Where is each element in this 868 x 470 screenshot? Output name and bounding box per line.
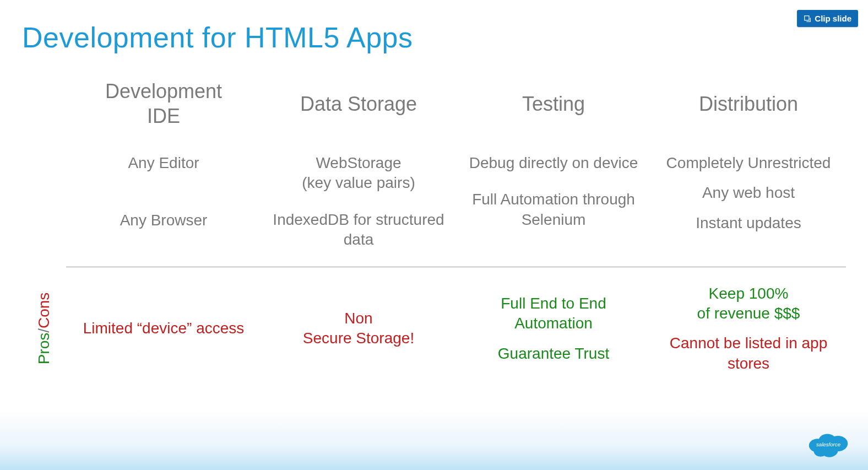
- col-distribution-proscons: Keep 100% of revenue $$$ Cannot be liste…: [651, 284, 846, 374]
- pro-item: Full End to End Automation: [462, 294, 645, 334]
- feature-item: WebStorage (key value pairs): [267, 153, 451, 193]
- feature-cols: Any Editor Any Browser WebStorage (key v…: [66, 131, 846, 250]
- svg-rect-0: [805, 15, 809, 20]
- col-header: Testing: [462, 76, 645, 131]
- svg-point-5: [814, 446, 828, 456]
- col-header: Distribution: [657, 76, 840, 131]
- pro-item: Guarantee Trust: [462, 344, 645, 364]
- col-distribution: Distribution: [651, 76, 846, 131]
- col-testing-proscons: Full End to End Automation Guarantee Tru…: [456, 284, 651, 374]
- salesforce-logo-text: salesforce: [816, 441, 841, 447]
- col-data-storage-features: WebStorage (key value pairs) IndexedDB f…: [261, 131, 456, 250]
- columns-header-row: Development IDE Data Storage Testing Dis…: [22, 76, 846, 131]
- header-cols: Development IDE Data Storage Testing Dis…: [66, 76, 846, 131]
- row-label-spacer: [22, 131, 66, 250]
- feature-item: Instant updates: [657, 213, 840, 233]
- col-distribution-features: Completely Unrestricted Any web host Ins…: [651, 131, 846, 250]
- salesforce-logo: salesforce: [804, 427, 853, 460]
- slash-label: /: [35, 328, 52, 333]
- con-item: Limited “device” access: [72, 318, 256, 338]
- col-dev-ide: Development IDE: [66, 76, 261, 131]
- feature-item: Full Automation through Selenium: [462, 190, 645, 230]
- clip-slide-label: Clip slide: [815, 14, 851, 23]
- row-label-spacer: [22, 76, 66, 131]
- col-dev-ide-proscons: Limited “device” access: [66, 284, 261, 374]
- col-data-storage: Data Storage: [261, 76, 456, 131]
- col-testing-features: Debug directly on device Full Automation…: [456, 131, 651, 250]
- slide: Development for HTML5 Apps Development I…: [0, 0, 868, 470]
- pro-item: Keep 100% of revenue $$$: [657, 284, 840, 324]
- col-header: Development IDE: [72, 76, 256, 131]
- col-header: Data Storage: [267, 76, 451, 131]
- footer-gradient: [0, 409, 868, 470]
- slide-title: Development for HTML5 Apps: [22, 21, 846, 54]
- features-row: Any Editor Any Browser WebStorage (key v…: [22, 131, 846, 250]
- clip-icon: [804, 15, 811, 23]
- divider: [66, 267, 846, 267]
- feature-item: Any Browser: [72, 210, 256, 230]
- proscons-vertical-label: Pros/Cons: [22, 284, 66, 374]
- col-testing: Testing: [456, 76, 651, 131]
- con-item: Non Secure Storage!: [267, 309, 451, 349]
- feature-item: IndexedDB for structured data: [267, 210, 451, 250]
- pros-label: Pros: [35, 333, 52, 365]
- feature-item: Completely Unrestricted: [657, 153, 840, 173]
- con-item: Cannot be listed in app stores: [657, 333, 840, 374]
- col-data-storage-proscons: Non Secure Storage!: [261, 284, 456, 374]
- proscons-row: Pros/Cons Limited “device” access Non Se…: [22, 284, 846, 374]
- feature-item: Debug directly on device: [462, 153, 645, 173]
- proscons-cols: Limited “device” access Non Secure Stora…: [66, 284, 846, 374]
- col-dev-ide-features: Any Editor Any Browser: [66, 131, 261, 250]
- feature-item: Any Editor: [72, 153, 256, 173]
- clip-slide-button[interactable]: Clip slide: [797, 10, 858, 27]
- cons-label: Cons: [35, 293, 52, 328]
- feature-item: Any web host: [657, 183, 840, 203]
